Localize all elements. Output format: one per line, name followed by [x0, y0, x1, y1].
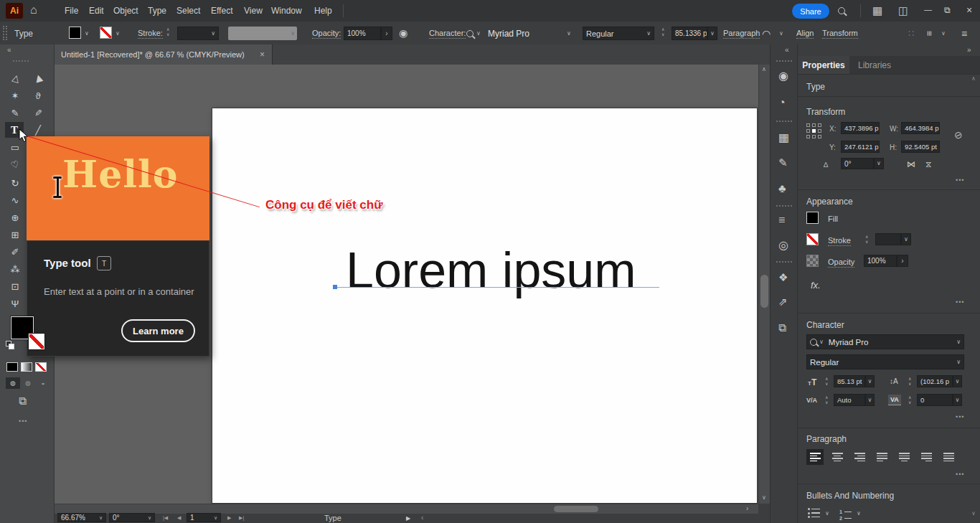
transform-panel-label[interactable]: Transform: [822, 29, 858, 39]
justify-last-right-button[interactable]: [918, 449, 935, 465]
rotation-angle-dropdown[interactable]: 0°: [841, 158, 874, 169]
appearance-more-icon[interactable]: •••: [956, 298, 964, 306]
appearance-opacity-label[interactable]: Opacity: [828, 258, 854, 268]
flip-vertical-icon[interactable]: ⧖: [925, 159, 931, 169]
vertical-scrollbar[interactable]: ∧ ∨: [758, 65, 770, 504]
next-artboard-icon[interactable]: ▶: [227, 515, 231, 521]
font-size-field[interactable]: 85.1336 p: [672, 27, 707, 40]
numbered-list-icon[interactable]: [839, 508, 852, 521]
options-grip[interactable]: [3, 26, 4, 40]
paragraph-panel-label[interactable]: Paragraph: [723, 29, 760, 39]
align-panel-label[interactable]: Align: [796, 29, 814, 39]
shape-builder-tool[interactable]: ⊕: [6, 209, 24, 225]
justify-last-center-button[interactable]: [895, 449, 913, 465]
font-size-chevron[interactable]: ∨: [707, 27, 717, 40]
leading-stepper[interactable]: ∧∨: [908, 377, 911, 386]
zoom-level-dropdown[interactable]: 66.67%∨: [57, 513, 106, 522]
gradient-panel-icon[interactable]: ◔: [778, 96, 786, 109]
appearance-fill-swatch[interactable]: [806, 212, 819, 224]
menu-file[interactable]: File: [65, 6, 78, 16]
width-profile-dropdown[interactable]: ∨: [228, 27, 297, 40]
stroke-indicator-swatch[interactable]: [29, 334, 44, 349]
tab-properties[interactable]: Properties: [798, 56, 849, 74]
stroke-weight-label[interactable]: Stroke:: [138, 29, 163, 39]
dock-grip[interactable]: [776, 205, 792, 207]
justify-last-left-button[interactable]: [873, 449, 890, 465]
font-name-value[interactable]: Myriad Pro: [488, 29, 529, 39]
rotate-tool[interactable]: ↻: [6, 175, 24, 191]
tracking-field[interactable]: 0: [917, 394, 953, 406]
horizontal-scrollbar[interactable]: ›: [54, 504, 758, 514]
tab-close-icon[interactable]: ×: [260, 50, 265, 60]
minimize-button[interactable]: —: [924, 5, 932, 14]
appearance-stroke-swatch[interactable]: [806, 233, 819, 245]
panel-scroll-up-icon[interactable]: ∧: [971, 76, 976, 82]
arrange-documents-icon[interactable]: ▦: [872, 4, 882, 17]
restore-button[interactable]: ⧉: [944, 5, 951, 15]
font-name-chevron-icon[interactable]: ∨: [567, 31, 571, 37]
align-center-button[interactable]: [829, 449, 846, 465]
flip-horizontal-icon[interactable]: ⋈: [907, 159, 915, 169]
color-button[interactable]: [6, 362, 18, 372]
artboard-text-object[interactable]: Lorem ipsum: [346, 242, 636, 299]
search-icon[interactable]: [838, 7, 845, 14]
appearance-stroke-dropdown[interactable]: [875, 233, 901, 245]
menu-view[interactable]: View: [244, 6, 263, 16]
menu-effect[interactable]: Effect: [211, 6, 232, 16]
character-more-icon[interactable]: •••: [956, 413, 964, 420]
h-field[interactable]: 92.5405 pt: [901, 141, 940, 153]
opacity-expand-button[interactable]: ›: [381, 27, 392, 40]
toolbar-collapse-icon[interactable]: «: [7, 46, 11, 54]
stroke-panel-icon[interactable]: ≡: [778, 214, 785, 227]
menu-select[interactable]: Select: [176, 6, 200, 16]
character-font-dropdown[interactable]: ∨ Myriad Pro ∨: [806, 334, 964, 349]
close-button[interactable]: ×: [966, 4, 972, 16]
character-panel-label[interactable]: Character:: [429, 29, 466, 39]
artboard[interactable]: Lorem ipsum: [212, 108, 758, 504]
appearance-stroke-chevron[interactable]: ∨: [901, 233, 911, 245]
menu-object[interactable]: Object: [113, 6, 138, 16]
font-size-stepper[interactable]: ∧∨: [661, 27, 664, 37]
appearance-stroke-label[interactable]: Stroke: [828, 236, 851, 246]
appearance-opacity-expand[interactable]: ›: [897, 255, 908, 267]
fx-button[interactable]: fx.: [811, 280, 821, 291]
learn-more-button[interactable]: Learn more: [121, 319, 195, 342]
prev-artboard-icon[interactable]: ◀: [177, 515, 181, 521]
transparency-panel-icon[interactable]: ◎: [778, 238, 788, 252]
symbol-sprayer-tool[interactable]: ⁂: [6, 261, 24, 277]
character-size-stepper[interactable]: ∧∨: [825, 377, 828, 386]
opacity-label[interactable]: Opacity:: [312, 29, 341, 39]
dock-collapse-icon[interactable]: «: [785, 46, 789, 54]
warp-icon[interactable]: ◠: [762, 28, 771, 39]
swatches-panel-icon[interactable]: ▦: [778, 131, 789, 144]
font-style-dropdown[interactable]: Regular∨: [583, 27, 654, 40]
share-button[interactable]: Share: [792, 4, 829, 19]
none-button[interactable]: [35, 362, 47, 372]
panel-expand-icon[interactable]: »: [967, 46, 971, 54]
gradient-button[interactable]: [21, 362, 32, 372]
home-icon[interactable]: ⌂: [30, 4, 37, 17]
leading-field[interactable]: (102.16 p: [917, 375, 953, 387]
stroke-weight-dropdown[interactable]: ∨: [177, 27, 219, 40]
paintbrush-tool[interactable]: ♡: [6, 156, 24, 172]
artboard-tool[interactable]: ⊡: [6, 278, 24, 294]
kerning-chevron[interactable]: ∨: [865, 394, 875, 406]
leading-chevron[interactable]: ∨: [953, 375, 962, 387]
status-play-icon[interactable]: ▶: [406, 515, 410, 522]
color-panel-icon[interactable]: ◉: [778, 69, 788, 83]
direct-selection-tool[interactable]: ▷: [6, 70, 24, 86]
bullet-list-chevron-icon[interactable]: ∨: [825, 511, 829, 517]
menu-edit[interactable]: Edit: [89, 6, 104, 16]
mesh-tool[interactable]: ⊞: [6, 227, 24, 242]
rotation-dropdown[interactable]: 0°∨: [109, 513, 155, 522]
character-size-chevron[interactable]: ∨: [865, 375, 875, 387]
reference-point-grid[interactable]: [806, 123, 821, 138]
tracking-stepper[interactable]: ∧∨: [908, 395, 911, 405]
rotation-angle-chevron[interactable]: ∨: [874, 158, 884, 169]
character-style-dropdown[interactable]: Regular∨: [806, 354, 964, 369]
tracking-chevron[interactable]: ∨: [953, 394, 962, 406]
vertical-scroll-thumb[interactable]: [760, 275, 768, 308]
workspace-switcher-icon[interactable]: ◫: [898, 4, 908, 17]
align-right-button[interactable]: [851, 449, 868, 465]
scroll-up-icon[interactable]: ∧: [762, 67, 766, 72]
